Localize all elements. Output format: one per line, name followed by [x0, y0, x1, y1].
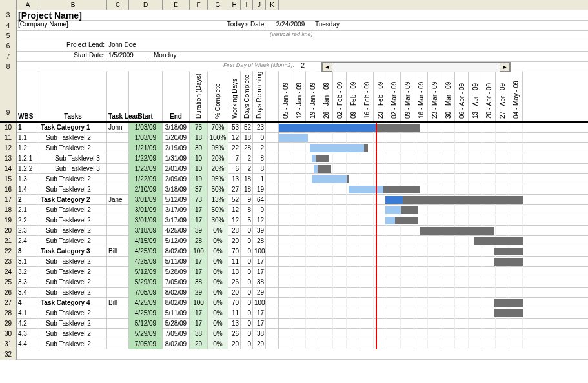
cell-days-complete[interactable]: 18: [241, 184, 253, 195]
gantt-bar[interactable]: [494, 248, 523, 255]
cell-end[interactable]: 3/17/09: [163, 215, 190, 226]
row-number[interactable]: 19: [0, 215, 17, 226]
cell-lead[interactable]: [107, 257, 129, 267]
cell-days-remaining[interactable]: 38: [253, 329, 266, 339]
cell-task[interactable]: Task Category 2: [39, 195, 107, 205]
cell-wbs[interactable]: 1.4: [17, 184, 39, 195]
gantt-date-col[interactable]: 02 - Feb - 09: [333, 71, 347, 121]
cell-working-days[interactable]: 12: [228, 205, 241, 215]
cell-wbs[interactable]: 4.2: [17, 319, 39, 329]
project-name[interactable]: [Project Name]: [17, 10, 83, 20]
cell-start[interactable]: 1/22/09: [129, 153, 163, 164]
cell-start[interactable]: 4/15/09: [129, 236, 163, 246]
cell-wbs[interactable]: 3.3: [17, 277, 39, 288]
gantt-date-col[interactable]: 06 - Apr - 09: [455, 71, 469, 121]
table-row[interactable]: 212.4Sub Tasklevel 24/15/095/12/09280%20…: [0, 236, 588, 246]
cell-lead[interactable]: [107, 329, 129, 339]
cell-lead[interactable]: [107, 164, 129, 174]
cell-days-remaining[interactable]: 19: [253, 184, 266, 195]
gantt-date-col[interactable]: 19 - Jan - 09: [306, 71, 319, 121]
cell-task[interactable]: Task Category 1: [39, 123, 107, 133]
cell-duration[interactable]: 18: [190, 133, 208, 143]
cell-start[interactable]: 5/12/09: [129, 319, 163, 329]
cell-days-complete[interactable]: 0: [241, 277, 253, 288]
cell-days-remaining[interactable]: 17: [253, 257, 266, 267]
gantt-date-col[interactable]: 16 - Feb - 09: [360, 71, 374, 121]
cell-duration[interactable]: 29: [190, 339, 208, 349]
cell-end[interactable]: 7/05/09: [163, 329, 190, 339]
cell-days-remaining[interactable]: 9: [253, 205, 266, 215]
cell-task[interactable]: Sub Tasklevel 2: [39, 226, 107, 236]
cell-duration[interactable]: 19: [190, 174, 208, 184]
gantt-bar[interactable]: [401, 206, 418, 214]
cell-end[interactable]: 5/11/09: [163, 308, 190, 319]
cell-working-days[interactable]: 12: [228, 215, 241, 226]
row-number[interactable]: 17: [0, 195, 17, 205]
cell-wbs[interactable]: 1.1: [17, 133, 39, 143]
cell-days-complete[interactable]: 0: [241, 288, 253, 298]
row-number[interactable]: 25: [0, 277, 17, 288]
cell-wbs[interactable]: 3.1: [17, 257, 39, 267]
table-row[interactable]: 304.3Sub Tasklevel 25/29/097/05/09380%26…: [0, 329, 588, 339]
cell-task[interactable]: Sub Tasklevel 2: [39, 205, 107, 215]
cell-duration[interactable]: 39: [190, 226, 208, 236]
row-number[interactable]: 21: [0, 236, 17, 246]
row-number[interactable]: 29: [0, 319, 17, 329]
cell-days-complete[interactable]: 8: [241, 205, 253, 215]
row-number[interactable]: 20: [0, 226, 17, 236]
cell-duration[interactable]: 29: [190, 288, 208, 298]
cell-duration[interactable]: 100: [190, 246, 208, 257]
table-row[interactable]: 151.3Sub Tasklevel 21/22/092/09/091995%1…: [0, 174, 588, 184]
cell-start[interactable]: 5/29/09: [129, 277, 163, 288]
gantt-bar[interactable]: [349, 186, 383, 193]
table-row[interactable]: 263.4Sub Tasklevel 27/05/098/02/09290%20…: [0, 288, 588, 298]
cell-end[interactable]: 1/31/09: [163, 153, 190, 164]
cell-working-days[interactable]: 27: [228, 184, 241, 195]
cell-pct[interactable]: 30%: [208, 215, 228, 226]
gantt-date-col[interactable]: 30 - Mar - 09: [441, 71, 455, 121]
cell-pct[interactable]: 0%: [208, 257, 228, 267]
cell-pct[interactable]: 95%: [208, 174, 228, 184]
cell-duration[interactable]: 38: [190, 329, 208, 339]
cell-lead[interactable]: [107, 226, 129, 236]
cell-duration[interactable]: 100: [190, 298, 208, 308]
cell-duration[interactable]: 17: [190, 267, 208, 277]
cell-lead[interactable]: [107, 308, 129, 319]
cell-task[interactable]: Sub Tasklevel 2: [39, 277, 107, 288]
cell-lead[interactable]: [107, 277, 129, 288]
table-row[interactable]: 172Task Category 2Jane3/01/095/12/097313…: [0, 195, 588, 205]
cell-lead[interactable]: [107, 133, 129, 143]
cell-days-complete[interactable]: 0: [241, 319, 253, 329]
col-working-days[interactable]: Working Days: [228, 71, 241, 121]
gantt-bar[interactable]: [279, 124, 376, 132]
cell-end[interactable]: 5/11/09: [163, 257, 190, 267]
table-row[interactable]: 141.2.2Sub Tasklevel 31/23/092/01/091020…: [0, 164, 588, 174]
cell-working-days[interactable]: 6: [228, 164, 241, 174]
row-number[interactable]: 10: [0, 123, 17, 133]
cell-wbs[interactable]: 3.4: [17, 288, 39, 298]
cell-days-remaining[interactable]: 17: [253, 267, 266, 277]
cell-lead[interactable]: [107, 339, 129, 349]
cell-days-remaining[interactable]: 38: [253, 277, 266, 288]
cell-task[interactable]: Sub Tasklevel 2: [39, 319, 107, 329]
cell-task[interactable]: Sub Tasklevel 2: [39, 236, 107, 246]
gantt-date-col[interactable]: 16 - Mar - 09: [414, 71, 428, 121]
scroll-right-icon[interactable]: ►: [500, 63, 510, 72]
cell-pct[interactable]: 50%: [208, 205, 228, 215]
gantt-date-col[interactable]: 05 - Jan - 09: [279, 71, 292, 121]
row-number[interactable]: 26: [0, 288, 17, 298]
cell-working-days[interactable]: 70: [228, 246, 241, 257]
row-number[interactable]: 14: [0, 164, 17, 174]
cell-duration[interactable]: 10: [190, 164, 208, 174]
row-number[interactable]: 13: [0, 153, 17, 164]
project-lead[interactable]: John Doe: [107, 41, 137, 51]
cell-days-complete[interactable]: 2: [241, 164, 253, 174]
cell-wbs[interactable]: 1.2: [17, 143, 39, 153]
cell-wbs[interactable]: 2.1: [17, 205, 39, 215]
cell-days-complete[interactable]: 28: [241, 143, 253, 153]
cell-wbs[interactable]: 2.4: [17, 236, 39, 246]
cell-days-complete[interactable]: 0: [241, 257, 253, 267]
row-number[interactable]: 22: [0, 246, 17, 257]
gantt-bar[interactable]: [310, 144, 364, 152]
cell-pct[interactable]: 0%: [208, 308, 228, 319]
